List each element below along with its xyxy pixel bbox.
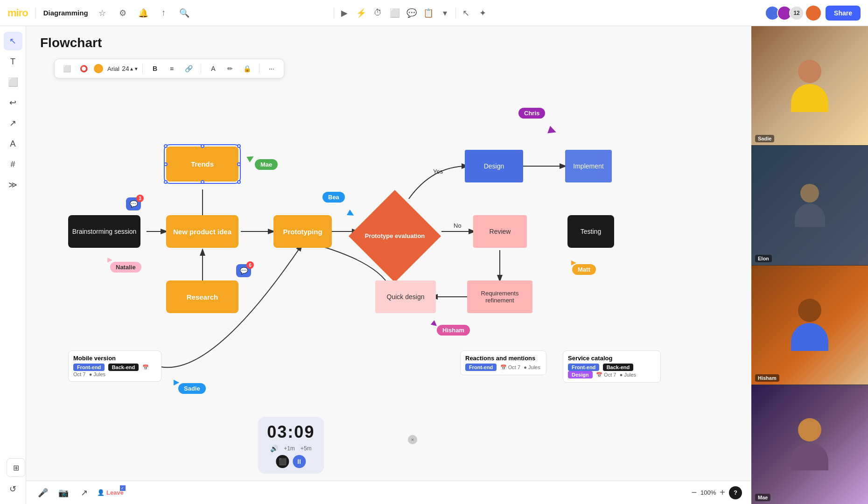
nav-cursor2-icon[interactable]: ✦ xyxy=(476,7,490,20)
sidebar-undo-tool[interactable]: ↺ xyxy=(4,480,22,498)
node-testing[interactable]: Testing xyxy=(567,215,614,248)
mic-icon[interactable]: 🎤 xyxy=(35,485,50,500)
nav-screen-icon[interactable]: ⬜ xyxy=(388,7,401,20)
node-brainstorming[interactable]: Brainstorming session xyxy=(68,215,140,248)
card-service-user: ● Jules xyxy=(620,372,636,378)
timer-pause-button[interactable]: ⏸ xyxy=(293,455,306,468)
share-button[interactable]: Share xyxy=(826,6,861,21)
sidebar-shape-tool[interactable]: ↩ xyxy=(4,93,22,112)
tb-highlight[interactable]: ✏ xyxy=(224,62,237,75)
handle-tr[interactable] xyxy=(237,144,241,148)
cursor-bea: Bea xyxy=(322,192,345,203)
person-sadie xyxy=(791,60,828,112)
nav-more-icon[interactable]: ▾ xyxy=(439,7,452,20)
node-prototyping[interactable]: Prototyping xyxy=(273,215,332,248)
node-research[interactable]: Research xyxy=(166,280,238,313)
zoom-in-button[interactable]: + xyxy=(720,487,725,498)
cursor-chris: Chris xyxy=(518,108,545,119)
help-button[interactable]: ? xyxy=(729,486,742,499)
cursor-matt-arrow: ▶ xyxy=(571,259,576,266)
timer-display: 03:09 xyxy=(267,422,315,442)
panel-toggle-button[interactable]: ⊞ xyxy=(7,458,25,477)
zoom-out-button[interactable]: − xyxy=(691,487,697,498)
star-icon[interactable]: ☆ xyxy=(96,7,109,20)
node-design[interactable]: Design xyxy=(465,150,523,182)
nav-timer-icon[interactable]: ⏱ xyxy=(371,7,385,20)
sadie-head xyxy=(798,60,821,83)
tb-font-size[interactable]: 24 ▲▼ xyxy=(124,62,137,75)
tb-bold[interactable]: B xyxy=(148,62,161,75)
cursor-hisham: Hisham xyxy=(437,325,470,336)
cursor-mae-arrow: ▶ xyxy=(245,151,256,163)
video-label-hisham: Hisham xyxy=(755,374,779,382)
tag-frontend-3: Front-end xyxy=(568,364,599,371)
nav-arrow-icon[interactable]: ▶ xyxy=(338,7,351,20)
board-name[interactable]: Diagramming xyxy=(43,9,88,17)
tb-color-fill[interactable] xyxy=(94,64,103,73)
sidebar-text-tool[interactable]: T xyxy=(4,52,22,71)
avatar-count[interactable]: 12 xyxy=(789,6,804,21)
nav-cursor-icon[interactable]: ↖ xyxy=(460,7,473,20)
sidebar-arrow-tool[interactable]: ↗ xyxy=(4,114,22,133)
handle-bm[interactable] xyxy=(201,180,204,184)
node-requirements[interactable]: Requirements refinement xyxy=(467,280,532,313)
tb-text-color[interactable]: A xyxy=(207,62,220,75)
cursor-natalie: Natalie xyxy=(110,262,141,273)
node-review[interactable]: Review xyxy=(473,215,527,248)
timer-stop-button[interactable]: ⬛ xyxy=(276,455,289,468)
user-avatar[interactable] xyxy=(805,5,822,21)
share-upload-icon[interactable]: ↑ xyxy=(157,7,170,20)
video-panel: Sadie Elon Hisham Mae xyxy=(751,26,868,504)
nav-lightning-icon[interactable]: ⚡ xyxy=(355,7,368,20)
tb-lock[interactable]: 🔒 xyxy=(240,62,253,75)
handle-mr[interactable] xyxy=(237,162,241,166)
tb-align[interactable]: ≡ xyxy=(165,62,178,75)
timer-dismiss[interactable]: × xyxy=(408,435,417,444)
card-reactions-user: ● Jules xyxy=(524,364,540,370)
card-service-catalog[interactable]: Service catalog Front-end Back-end Desig… xyxy=(563,350,661,383)
timer-plus1m[interactable]: +1m xyxy=(284,445,295,452)
sidebar-sticky-tool[interactable]: ⬜ xyxy=(4,73,22,91)
handle-tm[interactable] xyxy=(201,144,204,148)
avatar-group[interactable]: 12 xyxy=(768,6,804,21)
share-screen-icon[interactable]: ↗ xyxy=(77,485,91,500)
node-prototype-eval-label: Prototype evaluation xyxy=(365,232,425,240)
node-implement[interactable]: Implement xyxy=(565,150,612,182)
card-reactions[interactable]: Reactions and mentions Front-end 📅 Oct 7… xyxy=(460,350,546,375)
node-new-product[interactable]: New product idea xyxy=(166,215,238,248)
notifications-icon[interactable]: 🔔 xyxy=(137,7,150,20)
sadie-body xyxy=(791,84,828,112)
handle-br[interactable] xyxy=(237,180,241,184)
sidebar-more-tools[interactable]: ≫ xyxy=(4,175,22,194)
tb-more[interactable]: ··· xyxy=(265,62,278,75)
card-mobile-version[interactable]: Mobile version Front-end Back-end 📅 Oct … xyxy=(68,350,161,382)
node-quick-design[interactable]: Quick design xyxy=(375,280,436,313)
search-icon[interactable]: 🔍 xyxy=(178,7,191,20)
camera-icon[interactable]: 📷 xyxy=(56,485,71,500)
comment-bubble-1[interactable]: 💬 3 xyxy=(126,197,141,210)
handle-bl[interactable] xyxy=(164,180,168,184)
handle-tl[interactable] xyxy=(164,144,168,148)
canvas-area[interactable]: Flowchart ⬜ ⭕ Arial 24 ▲▼ B ≡ 🔗 A ✏ 🔒 ··… xyxy=(26,26,868,504)
sidebar-cursor-tool[interactable]: ↖ xyxy=(4,32,22,50)
svg-text:No: No xyxy=(454,222,462,229)
settings-icon[interactable]: ⚙ xyxy=(116,7,129,20)
cursor-sadie-arrow: ▶ xyxy=(174,378,179,386)
sidebar-grid-tool[interactable]: # xyxy=(4,155,22,174)
nav-layout-icon[interactable]: 📋 xyxy=(422,7,435,20)
tb-circle-shape[interactable]: ⭕ xyxy=(77,62,90,75)
sidebar-pen-tool[interactable]: A xyxy=(4,134,22,153)
tb-rect-shape[interactable]: ⬜ xyxy=(60,62,73,75)
nav-chat-icon[interactable]: 💬 xyxy=(405,7,418,20)
timer-plus5m[interactable]: +5m xyxy=(301,445,312,452)
hisham-head xyxy=(798,299,821,322)
leave-group[interactable]: 👤 ✓ Leave xyxy=(97,489,124,496)
node-prototype-eval[interactable]: Prototype evaluation xyxy=(357,199,432,273)
tb-font-name[interactable]: Arial xyxy=(107,62,120,75)
comment-bubble-2[interactable]: 💬 6 xyxy=(236,264,251,277)
handle-ml[interactable] xyxy=(164,162,168,166)
timer-controls: 🔊 +1m +5m xyxy=(270,445,311,452)
tb-link[interactable]: 🔗 xyxy=(182,62,195,75)
cursor-natalie-arrow: ▶ xyxy=(107,256,112,263)
node-trends[interactable]: Trends xyxy=(166,147,238,182)
